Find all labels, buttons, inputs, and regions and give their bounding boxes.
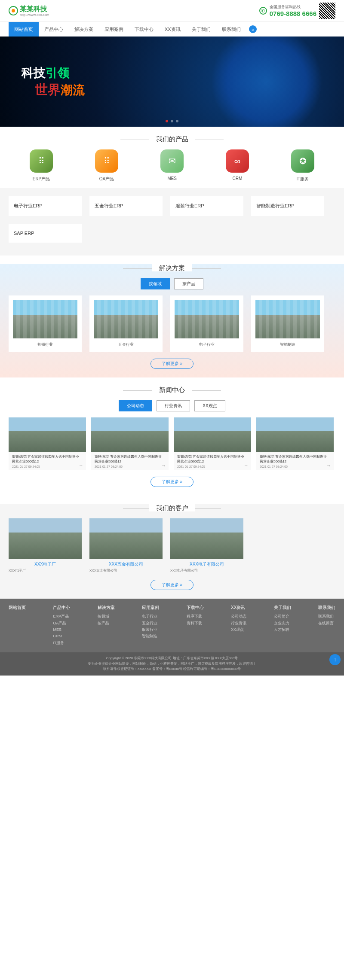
footer-link[interactable]: MES	[53, 627, 70, 633]
news-card[interactable]: 重磅!东莞 五金家居连续四年入选中国制造业民营企业500强122021-01-2…	[91, 417, 169, 470]
footer-link[interactable]: 企业实力	[274, 620, 291, 627]
footer-heading[interactable]: 应用案例	[142, 605, 159, 611]
footer-link[interactable]: 服装行业	[142, 627, 159, 633]
nav-home[interactable]: 网站首页	[9, 22, 39, 37]
solution-img	[13, 300, 77, 338]
back-to-top-button[interactable]: ↑	[329, 654, 341, 665]
footer-heading[interactable]: 网站首页	[9, 605, 26, 611]
footer-col: 产品中心ERP产品OA产品MESCRMIT服务	[53, 605, 70, 646]
nav-cases[interactable]: 应用案例	[99, 22, 129, 37]
footer-heading[interactable]: 下载中心	[187, 605, 204, 611]
logo[interactable]: 某某科技 http://www.xxx.com	[9, 5, 49, 17]
footer-col: 解决方案按领域按产品	[98, 605, 115, 646]
banner-pager[interactable]	[166, 120, 178, 122]
oa-icon: ⠿	[95, 149, 118, 173]
nav-news[interactable]: XX资讯	[159, 22, 186, 37]
tab-by-domain[interactable]: 按领域	[141, 278, 170, 289]
cat-sap-erp[interactable]: SAP ERP	[9, 224, 82, 243]
news-card[interactable]: 重磅!东莞 五金家居连续四年入选中国制造业民营企业500强122021-01-2…	[174, 417, 251, 470]
nav-contact[interactable]: 联系我们	[216, 22, 246, 37]
footer-heading[interactable]: 关于我们	[274, 605, 291, 611]
logo-icon	[9, 6, 18, 15]
footer-heading[interactable]: 产品中心	[53, 605, 70, 611]
footer-link[interactable]: CRM	[53, 633, 70, 639]
footer-heading[interactable]: XX资讯	[231, 605, 246, 611]
banner-word4: 潮流	[61, 83, 85, 97]
solution-img	[94, 300, 158, 338]
footer-link[interactable]: 公司动态	[231, 613, 246, 620]
product-categories: 电子行业ERP 五金行业ERP 服装行业ERP 智能制造行业ERP SAP ER…	[0, 188, 344, 256]
footer-link[interactable]: 联系我们	[318, 613, 335, 620]
cat-electronics-erp[interactable]: 电子行业ERP	[9, 196, 82, 216]
footer-link[interactable]: 按领域	[98, 613, 115, 620]
product-crm[interactable]: ∞CRM	[226, 149, 249, 182]
solution-machinery[interactable]: 机械行业	[9, 295, 82, 352]
nav-solutions[interactable]: 解决方案	[69, 22, 99, 37]
logo-text: 某某科技	[20, 5, 47, 12]
cat-apparel-erp[interactable]: 服装行业ERP	[170, 196, 243, 216]
arrow-icon: →	[161, 463, 166, 468]
customer-card[interactable]: XXX电子有限公司XXX电子有限公司	[170, 518, 243, 573]
footer-link[interactable]: OA产品	[53, 620, 70, 627]
news-tabs: 公司动态 行业资讯 XX观点	[9, 400, 335, 411]
products-title: 我们的产品	[0, 135, 344, 143]
solution-electronics[interactable]: 电子行业	[170, 295, 243, 352]
tab-by-product[interactable]: 按产品	[174, 278, 203, 289]
nav-about[interactable]: 关于我们	[186, 22, 216, 37]
solutions-title: 解决方案	[9, 264, 335, 272]
solutions-section: 解决方案 按领域 按产品 机械行业 五金行业 电子行业 智能制造 了解更多 »	[0, 264, 344, 377]
footer-col: 下载中心程序下载资料下载	[187, 605, 204, 646]
tab-industry-news[interactable]: 行业资讯	[157, 400, 190, 411]
arrow-icon: →	[326, 463, 331, 468]
footer-col: 网站首页	[9, 605, 26, 646]
footer-link[interactable]: 人才招聘	[274, 627, 291, 633]
main-nav: 网站首页 产品中心 解决方案 应用案例 下载中心 XX资讯 关于我们 联系我们 …	[0, 22, 344, 37]
solutions-more-button[interactable]: 了解更多 »	[150, 359, 194, 369]
footer-heading[interactable]: 联系我们	[318, 605, 335, 611]
product-mes[interactable]: ✉MES	[160, 149, 184, 182]
cat-smart-erp[interactable]: 智能制造行业ERP	[251, 196, 324, 216]
footer-link[interactable]: XX观点	[231, 627, 246, 633]
banner-word2: 引领	[46, 66, 70, 79]
tab-company-news[interactable]: 公司动态	[119, 400, 152, 411]
footer-link[interactable]: 行业资讯	[231, 620, 246, 627]
footer-link[interactable]: 公司简介	[274, 613, 291, 620]
news-img	[256, 417, 334, 452]
footer-link[interactable]: 在线留言	[318, 620, 335, 627]
hero-banner: 科技引领 世界潮流	[0, 37, 344, 127]
nav-downloads[interactable]: 下载中心	[129, 22, 159, 37]
banner-word1: 科技	[22, 66, 46, 79]
hotline: ✆ 全国服务咨询热线 0769-8888 6666	[259, 3, 335, 19]
customers-more-button[interactable]: 了解更多 »	[150, 580, 194, 590]
customer-img	[89, 518, 163, 559]
product-oa[interactable]: ⠿OA产品	[95, 149, 118, 182]
footer-link[interactable]: 资料下载	[187, 620, 204, 627]
footer-link[interactable]: 程序下载	[187, 613, 204, 620]
footer-link[interactable]: 智能制造	[142, 633, 159, 639]
news-img	[174, 417, 251, 452]
customer-card[interactable]: XXX电子厂XXX电子厂	[9, 518, 82, 573]
phone-icon: ✆	[259, 7, 267, 15]
footer-link[interactable]: ERP产品	[53, 613, 70, 620]
solution-img	[175, 300, 239, 338]
news-card[interactable]: 重磅!东莞 五金家居连续四年入选中国制造业民营企业500强122021-01-2…	[9, 417, 86, 470]
solution-smart[interactable]: 智能制造	[251, 295, 324, 352]
customer-card[interactable]: XXX五金有限公司XXX五金有限公司	[89, 518, 163, 573]
product-it[interactable]: ✪IT服务	[291, 149, 314, 182]
product-erp[interactable]: ⠿ERP产品	[30, 149, 53, 182]
erp-icon: ⠿	[30, 149, 53, 173]
footer-link[interactable]: 五金行业	[142, 620, 159, 627]
footer-link[interactable]: 按产品	[98, 620, 115, 627]
footer-heading[interactable]: 解决方案	[98, 605, 115, 611]
nav-products[interactable]: 产品中心	[39, 22, 69, 37]
news-more-button[interactable]: 了解更多 »	[150, 477, 194, 487]
search-icon[interactable]: ⌕	[249, 25, 257, 33]
news-card[interactable]: 重磅!东莞 五金家居连续四年入选中国制造业民营企业500强122021-01-2…	[256, 417, 334, 470]
footer-link[interactable]: IT服务	[53, 640, 70, 646]
tab-views[interactable]: XX观点	[194, 400, 225, 411]
solution-hardware[interactable]: 五金行业	[89, 295, 163, 352]
cat-hardware-erp[interactable]: 五金行业ERP	[89, 196, 163, 216]
customers-section: 我们的客户 XXX电子厂XXX电子厂 XXX五金有限公司XXX五金有限公司 XX…	[0, 504, 344, 599]
hotline-number: 0769-8888 6666	[270, 10, 316, 17]
footer-link[interactable]: 电子行业	[142, 613, 159, 620]
